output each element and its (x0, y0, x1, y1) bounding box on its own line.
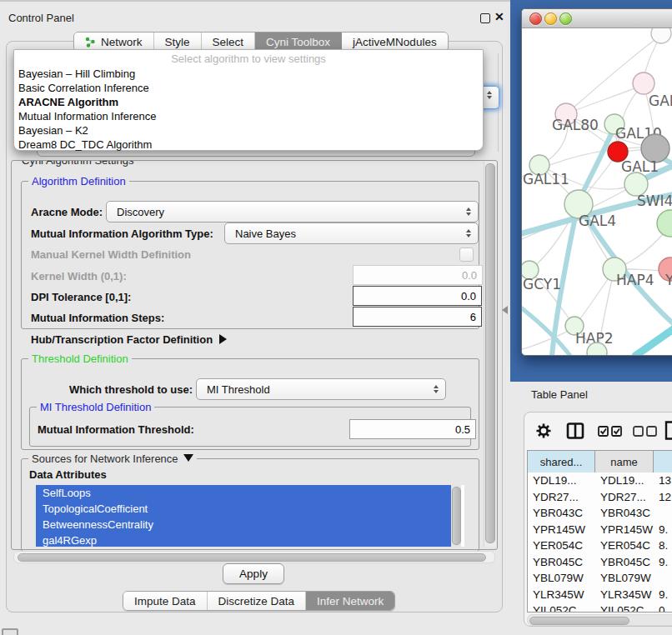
apply-button[interactable]: Apply (223, 563, 284, 584)
table-row[interactable]: YBR043CYBR043C (528, 507, 672, 523)
algorithm-option-5[interactable]: Dream8 DC_TDC Algorithm (17, 138, 477, 152)
table-cell: YLR345W (595, 588, 654, 605)
algorithm-definition-title: Algorithm Definition (28, 175, 129, 188)
table-row[interactable]: YBL079WYBL079W (528, 572, 672, 588)
table-horizontal-scrollbar[interactable] (527, 614, 672, 626)
data-attribute-item[interactable]: SelfLoops (36, 485, 458, 501)
data-attribute-item[interactable]: gal4RGexp (36, 532, 458, 547)
tab-jactivemnodules[interactable]: jActiveMNodules (342, 32, 448, 51)
file-icon[interactable] (664, 421, 672, 440)
attributes-scrollbar-thumb[interactable] (452, 487, 461, 545)
network-graph-canvas[interactable]: GALGAL80GAL10GAL1GAL11SWI4GAL4GCY1HAP4YH… (522, 28, 672, 356)
bottom-tab-impute-data[interactable]: Impute Data (123, 592, 208, 610)
collapse-down-icon[interactable] (183, 454, 193, 462)
mi-type-value: Naive Bayes (225, 228, 462, 240)
network-icon (85, 37, 96, 48)
graph-node[interactable] (651, 28, 671, 43)
node-attribute-table[interactable]: shared...nameYDL19...YDL19...13YDR27...Y… (527, 450, 672, 612)
tab-select[interactable]: Select (202, 32, 256, 51)
table-row[interactable]: YBR045CYBR045C9. (528, 556, 672, 572)
graph-node[interactable] (657, 210, 672, 237)
algorithm-option-0[interactable]: Bayesian – Hill Climbing (17, 67, 477, 81)
aracne-mode-combo[interactable]: Discovery (106, 201, 479, 222)
data-attributes-label: Data Attributes (29, 468, 107, 481)
table-cell: YLR345W (528, 588, 595, 605)
bottom-tab-label: Impute Data (134, 595, 196, 608)
attributes-scrollbar[interactable] (451, 485, 461, 547)
node-label: GCY1 (523, 276, 561, 292)
table-cell: YER054C (595, 539, 654, 556)
node-label: Y (664, 272, 672, 288)
table-row[interactable]: YDR27...YDR27...12 (528, 491, 672, 508)
data-attribute-item[interactable]: TopologicalCoefficient (36, 501, 458, 517)
table-card: shared...nameYDL19...YDL19...13YDR27...Y… (524, 412, 672, 627)
gear-icon[interactable] (535, 422, 552, 439)
mi-steps-field[interactable]: 6 (353, 307, 482, 327)
settings-horizontal-scrollbar[interactable] (13, 551, 495, 563)
zoom-traffic-light[interactable] (559, 12, 572, 25)
manual-kernel-checkbox[interactable] (459, 248, 474, 262)
data-attributes-list[interactable]: SelfLoopsTopologicalCoefficientBetweenne… (36, 485, 464, 547)
close-traffic-light[interactable] (529, 12, 542, 25)
network-window-titlebar[interactable] (522, 9, 672, 28)
which-threshold-combo[interactable]: MI Threshold (196, 378, 446, 400)
settings-horizontal-scrollbar-thumb[interactable] (18, 553, 486, 562)
tab-cyni-toolbox[interactable]: Cyni Toolbox (255, 32, 342, 51)
split-columns-icon[interactable] (566, 422, 584, 439)
bottom-tab-label: Infer Network (317, 595, 384, 608)
unchecked-pair-icon[interactable] (633, 426, 658, 437)
dpi-tolerance-field[interactable]: 0.0 (353, 286, 482, 306)
column-header-shared...[interactable]: shared... (528, 451, 595, 472)
dpi-tolerance-label: DPI Tolerance [0,1]: (31, 291, 131, 303)
table-row[interactable]: YIL052CYIL052C0. (528, 604, 672, 612)
table-cell: 8. (654, 539, 672, 556)
graph-node-gal[interactable] (633, 72, 654, 94)
table-cell: YDR27... (528, 491, 595, 508)
table-row[interactable]: YPR145WYPR145W9. (528, 523, 672, 540)
column-header-name[interactable]: name (595, 451, 654, 472)
splitter-collapse-icon[interactable] (502, 306, 508, 314)
algorithm-option-2[interactable]: ARACNE Algorithm (17, 95, 477, 109)
table-row[interactable]: YLR345WYLR345W9. (528, 588, 672, 605)
bottom-tab-discretize-data[interactable]: Discretize Data (208, 592, 307, 610)
checked-pair-icon[interactable] (598, 426, 623, 437)
network-view-window[interactable]: GALGAL80GAL10GAL1GAL11SWI4GAL4GCY1HAP4YH… (521, 8, 672, 356)
table-panel: Table Panel (510, 382, 672, 635)
table-cell: 9. (654, 556, 672, 572)
algorithm-option-1[interactable]: Basic Correlation Inference (17, 81, 477, 95)
screen: Control Panel ✕ NetworkStyleSelectCyni T… (0, 0, 672, 635)
node-label: HAP4 (616, 272, 654, 288)
hub-definition-expander[interactable]: Hub/Transcription Factor Definition (31, 333, 227, 346)
column-header-col2[interactable] (654, 451, 672, 472)
kernel-width-field[interactable]: 0.0 (353, 265, 483, 285)
settings-vertical-scrollbar-thumb[interactable] (485, 163, 495, 543)
tab-network[interactable]: Network (74, 32, 154, 51)
kernel-width-label: Kernel Width (0,1): (31, 270, 127, 282)
mi-type-label: Mutual Information Algorithm Type: (31, 228, 213, 240)
table-cell (654, 572, 672, 588)
minimize-traffic-light[interactable] (544, 12, 557, 25)
edge (572, 85, 644, 112)
mi-type-combo[interactable]: Naive Bayes (224, 222, 479, 244)
tab-label: Style (165, 36, 190, 48)
algorithm-dropdown-popup: Select algorithm to view settings Bayesi… (13, 49, 484, 151)
table-horizontal-scrollbar-thumb[interactable] (529, 617, 629, 625)
data-attribute-item[interactable]: BetweennessCentrality (36, 517, 458, 532)
tab-label: jActiveMNodules (353, 36, 437, 48)
bottom-tab-infer-network[interactable]: Infer Network (306, 592, 394, 610)
algorithm-option-3[interactable]: Mutual Information Inference (17, 109, 477, 123)
mi-threshold-field[interactable]: 0.5 (349, 419, 476, 439)
table-cell: 9. (654, 588, 672, 605)
bottom-tab-bar: Impute DataDiscretize DataInfer Network (123, 591, 395, 611)
close-icon[interactable]: ✕ (494, 10, 504, 23)
algorithm-option-4[interactable]: Bayesian – K2 (17, 123, 477, 138)
table-row[interactable]: YER054CYER054C8. (528, 539, 672, 556)
hub-definition-label: Hub/Transcription Factor Definition (31, 333, 213, 346)
table-row[interactable]: YDL19...YDL19...13 (528, 474, 672, 491)
corner-widget[interactable] (2, 628, 18, 635)
settings-vertical-scrollbar[interactable] (484, 162, 496, 547)
tab-style[interactable]: Style (154, 32, 202, 51)
float-window-icon[interactable] (480, 13, 490, 23)
aracne-mode-value: Discovery (107, 206, 462, 218)
manual-kernel-label: Manual Kernel Width Definition (31, 248, 191, 261)
